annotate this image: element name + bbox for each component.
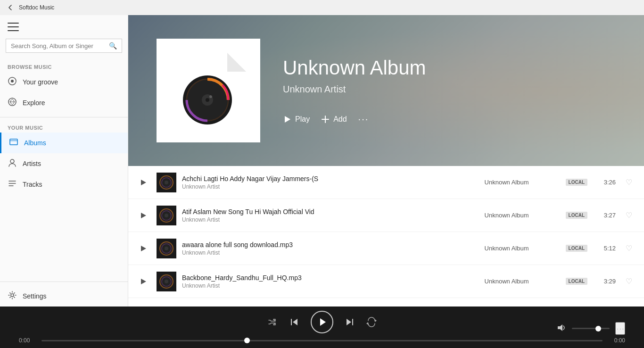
play-button[interactable]: Play	[283, 115, 310, 124]
track-name: awaara alone full song download.mp3	[182, 241, 479, 249]
add-button[interactable]: Add	[321, 115, 347, 124]
playback-right: ···	[557, 322, 625, 335]
track-play-icon	[140, 278, 147, 285]
playback-bar-wrapper: 0:00 0:00 ···	[0, 307, 644, 348]
track-thumb-art	[157, 206, 176, 225]
sidebar-item-explore[interactable]: Explore	[0, 92, 128, 113]
track-duration: 3:26	[593, 179, 616, 186]
sidebar-item-label-albums: Albums	[24, 139, 46, 147]
track-thumbnail	[157, 272, 176, 291]
track-album: Unknown Album	[485, 245, 560, 252]
sidebar-item-albums[interactable]: Albums	[0, 133, 128, 153]
svg-marker-52	[375, 319, 377, 322]
track-album: Unknown Album	[485, 179, 560, 186]
more-button[interactable]: ···	[358, 114, 369, 124]
track-info: Achchi Lagti Ho Addy Nagar Vijay Jammers…	[182, 175, 479, 190]
sidebar-divider	[0, 117, 128, 117]
progress-thumb[interactable]	[244, 338, 250, 343]
back-button[interactable]	[6, 3, 15, 12]
track-badge: LOCAL	[566, 179, 587, 186]
repeat-icon	[366, 317, 377, 327]
track-thumbnail	[157, 173, 176, 192]
total-time: 0:00	[608, 337, 625, 344]
album-cover	[157, 39, 260, 142]
track-badge: LOCAL	[566, 212, 587, 219]
play-pause-icon	[317, 317, 327, 327]
track-thumb-art	[157, 272, 176, 291]
volume-thumb[interactable]	[595, 326, 601, 331]
play-pause-button[interactable]	[311, 311, 333, 333]
track-info: awaara alone full song download.mp3 Unkn…	[182, 241, 479, 256]
track-album: Unknown Album	[485, 278, 560, 285]
track-duration: 3:29	[593, 278, 616, 285]
track-info: Atif Aslam New Song Tu Hi Wajah Official…	[182, 208, 479, 223]
svg-point-6	[10, 159, 14, 163]
repeat-button[interactable]	[366, 317, 377, 327]
svg-point-1	[11, 80, 14, 83]
speaker-icon	[557, 323, 566, 332]
next-icon	[345, 317, 355, 327]
your-music-label: YOUR MUSIC	[0, 121, 128, 133]
track-thumb-art	[157, 239, 176, 258]
sidebar-item-your-groove[interactable]: Your groove	[0, 72, 128, 92]
track-name: Backbone_Hardy_Sandhu_Full_HQ.mp3	[182, 274, 479, 282]
tracks-icon	[8, 179, 17, 190]
progress-bar[interactable]	[41, 340, 603, 341]
player-more-button[interactable]: ···	[615, 322, 625, 335]
volume-bar[interactable]	[572, 328, 610, 329]
sidebar-item-settings[interactable]: Settings	[0, 286, 128, 307]
svg-rect-4	[10, 139, 17, 145]
track-like-button[interactable]: ♡	[621, 277, 636, 286]
menu-button[interactable]	[0, 15, 128, 35]
svg-marker-23	[141, 180, 146, 185]
track-row[interactable]: Atif Aslam New Song Tu Hi Wajah Official…	[128, 199, 644, 232]
settings-icon	[8, 290, 17, 302]
svg-point-38	[165, 247, 168, 250]
track-like-button[interactable]: ♡	[621, 178, 636, 187]
track-play-button[interactable]	[136, 208, 151, 223]
sidebar-item-label-explore: Explore	[23, 99, 45, 107]
sidebar-item-tracks[interactable]: Tracks	[0, 174, 128, 195]
track-row[interactable]: awaara alone full song download.mp3 Unkn…	[128, 232, 644, 265]
hero-info: Unknown Album Unknown Artist Play	[283, 57, 426, 124]
search-box[interactable]: 🔍	[6, 39, 122, 53]
hero-section: Unknown Album Unknown Artist Play	[128, 15, 644, 166]
track-row[interactable]: Achchi Lagti Ho Addy Nagar Vijay Jammers…	[128, 166, 644, 199]
artists-icon	[8, 158, 17, 169]
your-groove-icon	[8, 76, 17, 88]
sidebar-bottom-divider	[0, 282, 128, 282]
sidebar-item-label-your-groove: Your groove	[23, 78, 58, 86]
svg-marker-53	[366, 322, 368, 325]
prev-icon	[289, 317, 299, 327]
sidebar-item-artists[interactable]: Artists	[0, 153, 128, 174]
track-play-button[interactable]	[136, 241, 151, 256]
search-input[interactable]	[11, 42, 105, 50]
album-title: Unknown Album	[283, 57, 426, 79]
search-icon: 🔍	[109, 42, 117, 50]
explore-icon	[8, 97, 17, 108]
svg-marker-41	[141, 279, 146, 284]
track-play-icon	[140, 212, 147, 219]
track-like-button[interactable]: ♡	[621, 211, 636, 220]
progress-row: 0:00 0:00	[19, 337, 625, 344]
track-name: Atif Aslam New Song Tu Hi Wajah Official…	[182, 208, 479, 215]
track-album: Unknown Album	[485, 212, 560, 219]
track-play-icon	[140, 245, 147, 252]
next-button[interactable]	[345, 317, 355, 327]
track-row[interactable]: Backbone_Hardy_Sandhu_Full_HQ.mp3 Unknow…	[128, 265, 644, 298]
shuffle-button[interactable]	[267, 317, 278, 327]
track-artist: Unknown Artist	[182, 282, 479, 289]
svg-marker-54	[558, 324, 562, 331]
current-time: 0:00	[19, 337, 36, 344]
track-play-button[interactable]	[136, 175, 151, 190]
track-like-button[interactable]: ♡	[621, 244, 636, 253]
hero-actions: Play Add ···	[283, 114, 426, 124]
track-play-button[interactable]	[136, 274, 151, 289]
play-icon	[283, 115, 291, 124]
svg-marker-48	[293, 319, 297, 325]
prev-button[interactable]	[289, 317, 299, 327]
track-thumbnail	[157, 206, 176, 225]
hamburger-icon[interactable]	[8, 23, 19, 31]
album-artist: Unknown Artist	[283, 84, 426, 95]
main-content: Unknown Album Unknown Artist Play	[128, 15, 644, 307]
